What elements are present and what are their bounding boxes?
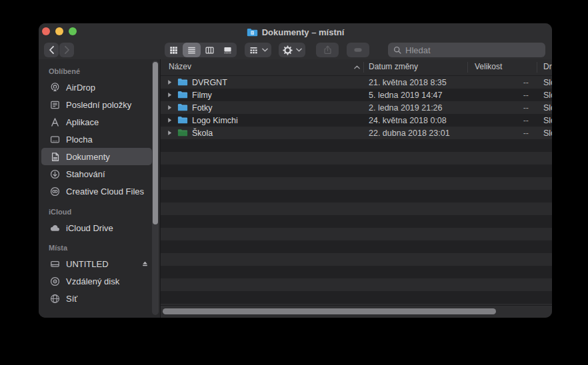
column-header-name[interactable]: Název bbox=[169, 62, 191, 71]
window-chrome: Dokumenty – místní bbox=[39, 23, 552, 60]
disclosure-triangle-icon[interactable] bbox=[167, 117, 172, 123]
chevron-left-icon bbox=[49, 45, 55, 55]
titlebar: Dokumenty – místní bbox=[39, 23, 552, 41]
file-kind: Složka bbox=[543, 91, 552, 100]
sidebar-item-icloud-drive[interactable]: iCloud Drive bbox=[41, 219, 152, 236]
list-header: Název Datum změny Velikost Druh bbox=[161, 59, 552, 76]
column-header-date[interactable]: Datum změny bbox=[369, 62, 418, 71]
view-columns-icon bbox=[205, 45, 215, 55]
creative-cloud-icon bbox=[49, 186, 61, 197]
file-size: -- bbox=[467, 116, 529, 125]
sidebar-section-title: Oblíbené bbox=[49, 67, 160, 76]
desktop-icon bbox=[49, 134, 61, 145]
sidebar-item-vzd-len-disk[interactable]: Vzdálený disk bbox=[41, 272, 152, 290]
sidebar: OblíbenéAirDropPoslední položkyAplikaceP… bbox=[39, 59, 160, 318]
zoom-button[interactable] bbox=[69, 27, 77, 35]
icloud-icon bbox=[49, 222, 61, 234]
file-name: Logo Kimchi bbox=[192, 116, 238, 125]
file-row[interactable]: DVRGNT21. května 2018 8:35--Složka bbox=[161, 76, 552, 89]
file-row[interactable]: Logo Kimchi24. května 2018 0:08--Složka bbox=[161, 114, 552, 127]
file-kind: Složka bbox=[543, 103, 552, 113]
action-button[interactable] bbox=[279, 43, 305, 57]
search-placeholder: Hledat bbox=[405, 45, 431, 55]
sidebar-item-aplikace[interactable]: Aplikace bbox=[41, 113, 152, 131]
desktop-background: Dokumenty – místní bbox=[0, 0, 588, 365]
sidebar-item-label: Aplikace bbox=[66, 117, 99, 127]
sidebar-item-label: Plocha bbox=[66, 135, 93, 145]
sidebar-item-dokumenty[interactable]: Dokumenty bbox=[41, 148, 152, 165]
file-kind: Složka bbox=[543, 116, 552, 125]
documents-folder-icon bbox=[247, 28, 258, 37]
eject-icon[interactable] bbox=[141, 260, 149, 268]
documents-icon bbox=[49, 151, 61, 163]
view-list-icon bbox=[187, 45, 197, 55]
sidebar-scrollbar-thumb[interactable] bbox=[153, 62, 158, 224]
file-size: -- bbox=[467, 129, 529, 138]
view-mode-segmented-control bbox=[165, 43, 237, 57]
disclosure-triangle-icon[interactable] bbox=[167, 130, 172, 136]
tag-button[interactable] bbox=[347, 43, 369, 57]
folder-icon bbox=[177, 103, 188, 111]
sidebar-item-untitled[interactable]: UNTITLED bbox=[41, 255, 152, 272]
horizontal-scrollbar-thumb[interactable] bbox=[163, 308, 496, 314]
chevron-down-icon bbox=[296, 48, 302, 52]
close-button[interactable] bbox=[42, 27, 50, 35]
remote-disk-icon bbox=[49, 276, 61, 287]
share-icon bbox=[323, 45, 333, 55]
column-header-kind[interactable]: Druh bbox=[543, 62, 552, 71]
folder-icon bbox=[177, 129, 188, 137]
file-name: DVRGNT bbox=[192, 78, 227, 87]
sidebar-section-title: iCloud bbox=[49, 208, 160, 216]
file-name: Fotky bbox=[192, 103, 213, 113]
share-button[interactable] bbox=[316, 43, 339, 57]
traffic-lights bbox=[42, 27, 77, 35]
sidebar-item-label: Dokumenty bbox=[66, 152, 110, 162]
tag-icon bbox=[353, 45, 363, 55]
minimize-button[interactable] bbox=[55, 27, 63, 35]
sidebar-item-airdrop[interactable]: AirDrop bbox=[41, 79, 152, 96]
file-row[interactable]: Fotky2. ledna 2019 21:26--Složka bbox=[161, 101, 552, 114]
group-button[interactable] bbox=[245, 43, 271, 57]
sidebar-section-title: Místa bbox=[49, 244, 160, 252]
disclosure-triangle-icon[interactable] bbox=[167, 79, 172, 85]
file-size: -- bbox=[467, 91, 529, 100]
file-kind: Složka bbox=[543, 78, 552, 87]
view-mode-gallery[interactable] bbox=[219, 43, 237, 57]
external-drive-icon bbox=[49, 258, 61, 270]
folder-icon bbox=[177, 78, 188, 86]
file-date-modified: 5. ledna 2019 14:47 bbox=[369, 91, 443, 100]
search-input[interactable]: Hledat bbox=[388, 43, 545, 57]
sidebar-item-s-[interactable]: Síť bbox=[41, 290, 152, 307]
view-mode-list[interactable] bbox=[183, 43, 201, 57]
finder-window: Dokumenty – místní bbox=[39, 23, 552, 318]
group-icon bbox=[249, 45, 259, 55]
view-mode-columns[interactable] bbox=[201, 43, 219, 57]
sidebar-item-label: Creative Cloud Files bbox=[66, 186, 144, 196]
search-icon bbox=[393, 45, 402, 55]
back-button[interactable] bbox=[44, 43, 59, 57]
file-row[interactable]: Škola22. dubna 2018 23:01--Složka bbox=[161, 127, 552, 139]
horizontal-scrollbar-track[interactable] bbox=[161, 305, 552, 318]
window-title: Dokumenty – místní bbox=[262, 27, 345, 37]
sidebar-item-creative-cloud-files[interactable]: Creative Cloud Files bbox=[41, 182, 152, 200]
recents-icon bbox=[49, 99, 61, 111]
sidebar-item-label: Síť bbox=[66, 294, 77, 304]
sidebar-item-posledn-polo-ky[interactable]: Poslední položky bbox=[41, 96, 152, 113]
view-icons-icon bbox=[169, 45, 179, 55]
sidebar-item-stahov-n-[interactable]: Stahování bbox=[41, 165, 152, 182]
column-header-size[interactable]: Velikost bbox=[475, 62, 502, 71]
sidebar-item-label: Stahování bbox=[66, 169, 105, 179]
sidebar-item-plocha[interactable]: Plocha bbox=[41, 131, 152, 148]
sidebar-item-label: Poslední položky bbox=[66, 100, 131, 110]
window-title-area: Dokumenty – místní bbox=[39, 23, 552, 41]
view-mode-icons[interactable] bbox=[165, 43, 183, 57]
file-kind: Složka bbox=[543, 129, 552, 138]
file-date-modified: 21. května 2018 8:35 bbox=[369, 78, 447, 87]
disclosure-triangle-icon[interactable] bbox=[167, 92, 172, 98]
disclosure-triangle-icon[interactable] bbox=[167, 105, 172, 111]
sidebar-item-label: Vzdálený disk bbox=[66, 276, 119, 286]
forward-button[interactable] bbox=[59, 43, 74, 57]
chevron-down-icon bbox=[262, 48, 268, 52]
toolbar: Hledat bbox=[39, 41, 552, 59]
file-row[interactable]: Filmy5. ledna 2019 14:47--Složka bbox=[161, 89, 552, 101]
